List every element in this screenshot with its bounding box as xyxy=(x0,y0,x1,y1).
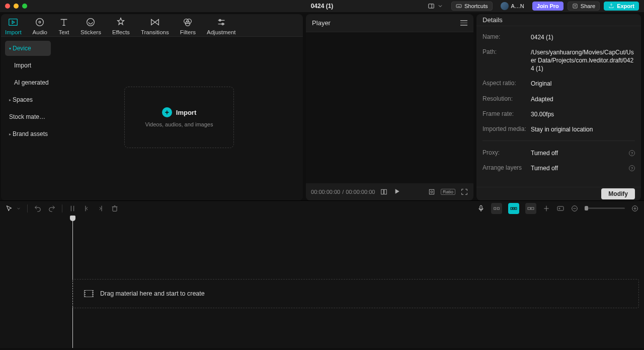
titlebar: 0424 (1) Shortcuts A…N Join Pro Share Ex… xyxy=(0,0,644,12)
svg-rect-0 xyxy=(429,4,434,8)
sidebar-item-label: Brand assets xyxy=(13,130,48,137)
layout-toggle[interactable] xyxy=(424,2,447,11)
timeline-gutter xyxy=(0,216,52,348)
trim-right-icon[interactable] xyxy=(97,204,105,213)
svg-rect-42 xyxy=(497,207,499,209)
modify-button[interactable]: Modify xyxy=(601,188,635,199)
tab-effects[interactable]: Effects xyxy=(112,17,130,35)
player-title: Player xyxy=(312,19,331,27)
user-label: A…N xyxy=(511,3,524,9)
svg-rect-46 xyxy=(528,207,530,209)
split-icon[interactable] xyxy=(68,204,76,213)
details-panel: Details Name:0424 (1) Path:/Users/yanhua… xyxy=(476,14,641,200)
tab-stickers[interactable]: Stickers xyxy=(80,17,101,35)
track-mode-3[interactable] xyxy=(525,203,536,214)
share-button[interactable]: Share xyxy=(568,2,600,11)
sidebar-item-brand[interactable]: ▸Brand assets xyxy=(5,126,51,142)
tab-text[interactable]: Text xyxy=(58,17,69,35)
zoom-slider[interactable] xyxy=(585,207,625,209)
pointer-icon[interactable] xyxy=(5,204,13,213)
plus-icon: + xyxy=(162,107,172,117)
timeline-drop-lane[interactable]: Drag material here and start to create xyxy=(72,279,639,308)
align-icon[interactable] xyxy=(542,204,550,213)
framerate-value: 30.00fps xyxy=(531,110,554,118)
time-current: 00:00:00:00 xyxy=(311,189,340,195)
framerate-label: Frame rate: xyxy=(482,110,531,118)
join-pro-button[interactable]: Join Pro xyxy=(532,2,564,11)
proxy-value: Turned off xyxy=(531,149,558,157)
zoom-in-icon[interactable] xyxy=(631,204,639,213)
svg-rect-45 xyxy=(515,207,517,209)
chevron-down-icon[interactable] xyxy=(16,206,21,211)
timeline-canvas[interactable]: Drag material here and start to create xyxy=(52,216,644,348)
tab-transitions[interactable]: Transitions xyxy=(141,17,169,35)
sidebar-item-spaces[interactable]: ▸Spaces xyxy=(5,92,51,107)
svg-rect-47 xyxy=(531,207,534,209)
timeline[interactable]: Drag material here and start to create xyxy=(0,216,644,348)
close-window[interactable] xyxy=(5,4,10,9)
import-sublabel: Videos, audios, and images xyxy=(145,121,213,127)
player-stage[interactable] xyxy=(306,32,473,183)
trim-left-icon[interactable] xyxy=(83,204,91,213)
sidebar-item-ai-generated[interactable]: AI generated xyxy=(5,75,51,90)
delete-icon[interactable] xyxy=(111,204,119,213)
sidebar-item-import[interactable]: Import xyxy=(5,58,51,73)
ratio-button[interactable]: Ratio xyxy=(441,189,455,195)
minimize-window[interactable] xyxy=(14,4,19,9)
track-mode-1[interactable] xyxy=(491,203,502,214)
import-dropzone[interactable]: + Import Videos, audios, and images xyxy=(124,87,234,148)
fullscreen-icon[interactable] xyxy=(460,188,468,196)
titlebar-right: Shortcuts A…N Join Pro Share Export xyxy=(424,2,644,11)
player-panel: Player 00:00:00:00 / 00:00:00:00 Ratio xyxy=(306,14,473,200)
timeline-drop-label: Drag material here and start to create xyxy=(100,290,205,297)
aspect-label: Aspect ratio: xyxy=(482,80,531,88)
tab-import[interactable]: Import xyxy=(5,17,22,35)
shortcuts-button[interactable]: Shortcuts xyxy=(451,2,492,11)
export-button[interactable]: Export xyxy=(604,2,639,11)
preview-toggle-icon[interactable] xyxy=(556,204,565,213)
sidebar-item-stock[interactable]: Stock mate… xyxy=(5,109,51,124)
sidebar-item-label: Import xyxy=(14,62,31,69)
window-controls xyxy=(0,4,27,9)
media-panel: Import Audio Text Stickers Effects Trans… xyxy=(1,14,303,200)
tab-adjustment-label: Adjustment xyxy=(207,29,236,35)
help-icon[interactable]: ? xyxy=(629,150,635,156)
svg-marker-29 xyxy=(395,189,399,193)
sidebar-item-device[interactable]: ▾Device xyxy=(5,41,51,56)
user-menu[interactable]: A…N xyxy=(497,2,528,11)
play-button[interactable] xyxy=(393,187,401,196)
tab-text-label: Text xyxy=(58,29,69,35)
resolution-label: Resolution: xyxy=(482,95,531,103)
path-label: Path: xyxy=(482,48,531,73)
svg-rect-44 xyxy=(513,207,515,209)
svg-rect-10 xyxy=(9,19,18,26)
player-menu-icon[interactable] xyxy=(460,20,467,26)
tab-adjustment[interactable]: Adjustment xyxy=(207,17,236,35)
track-mode-2[interactable] xyxy=(508,203,519,214)
tab-import-label: Import xyxy=(5,29,22,35)
import-label: Import xyxy=(176,109,196,116)
avatar xyxy=(501,2,509,10)
svg-rect-36 xyxy=(113,206,117,211)
join-pro-label: Join Pro xyxy=(537,3,559,9)
export-label: Export xyxy=(617,3,634,9)
keyboard-icon xyxy=(456,3,462,9)
app-title: 0424 (1) xyxy=(311,3,334,10)
tab-audio[interactable]: Audio xyxy=(33,17,47,35)
svg-rect-27 xyxy=(381,189,384,194)
redo-icon[interactable] xyxy=(48,204,56,213)
undo-icon[interactable] xyxy=(34,204,42,213)
layers-value: Turned off xyxy=(531,164,558,172)
zoom-out-icon[interactable] xyxy=(571,204,579,213)
chevron-down-icon xyxy=(437,3,443,9)
compare-icon[interactable] xyxy=(380,188,388,196)
frame-icon[interactable] xyxy=(428,188,436,196)
mic-icon[interactable] xyxy=(477,204,485,213)
tab-stickers-label: Stickers xyxy=(80,29,101,35)
svg-rect-39 xyxy=(480,205,482,209)
help-icon[interactable]: ? xyxy=(629,165,635,171)
svg-point-31 xyxy=(431,191,433,193)
svg-marker-11 xyxy=(12,21,15,24)
maximize-window[interactable] xyxy=(22,4,27,9)
tab-filters[interactable]: Filters xyxy=(180,17,196,35)
